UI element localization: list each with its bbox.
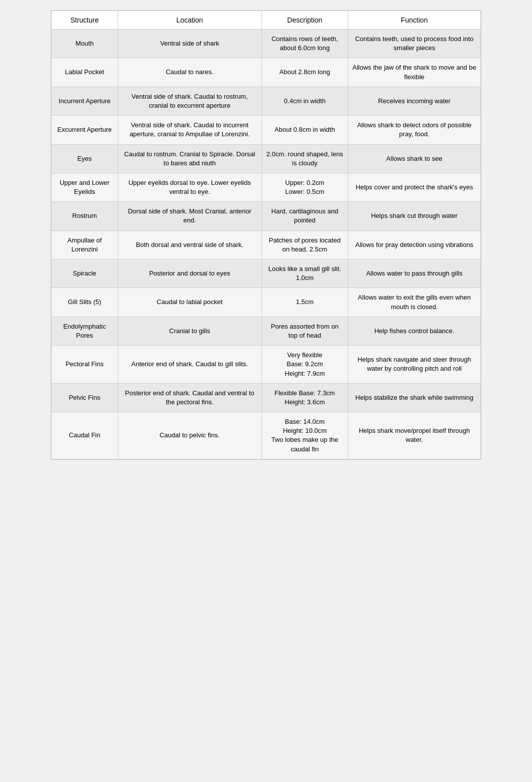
table-row: MouthVentral side of sharkContains rows … — [52, 30, 481, 58]
cell-function: Helps stabilize the shark while swimming — [348, 383, 481, 412]
cell-description: About 0.8cm in width — [261, 116, 348, 144]
table-row: SpiraclePosterior and dorsal to eyesLook… — [52, 259, 481, 288]
cell-location: Ventral side of shark. Caudal to incurre… — [118, 116, 261, 144]
table-row: Caudal FinCaudal to pelvic fins.Base: 14… — [52, 412, 481, 459]
cell-description: Looks like a small gill slit. 1.0cm — [261, 259, 348, 288]
cell-function: Allows shark to detect odors of possible… — [348, 116, 481, 144]
header-location: Location — [118, 11, 261, 30]
cell-description: Pores assorted from on top of head — [261, 317, 348, 345]
main-table-container: Structure Location Description Function … — [51, 10, 481, 460]
cell-location: Caudal to labial pocket — [118, 288, 261, 317]
table-row: Incurrent ApertureVentral side of shark.… — [52, 87, 481, 115]
cell-function: Helps shark navigate and steer through w… — [348, 346, 481, 384]
cell-location: Posterior and dorsal to eyes — [118, 259, 261, 288]
cell-description: Flexible Base: 7.3cm Height: 3.6cm — [261, 383, 348, 412]
table-row: Labial PocketCaudal to nares.About 2.8cm… — [52, 58, 481, 87]
cell-description: 2.0cm. round shaped, lens is cloudy — [261, 144, 348, 173]
cell-structure: Pectoral Fins — [52, 346, 118, 384]
cell-location: Cranial to gills — [118, 317, 261, 345]
header-structure: Structure — [52, 11, 118, 30]
cell-structure: Ampullae of Lorenzini — [52, 230, 118, 259]
cell-description: Hard, cartilaginous and pointed — [261, 202, 348, 230]
cell-function: Allows water to exit the gills even when… — [348, 288, 481, 317]
cell-function: Allows for pray detection using vibratio… — [348, 230, 481, 259]
header-function: Function — [348, 11, 481, 30]
cell-function: Allows water to pass through gills — [348, 259, 481, 288]
table-row: Upper and Lower EyelidsUpper eyelids dor… — [52, 173, 481, 201]
cell-location: Ventral side of shark. Caudal to rostrum… — [118, 87, 261, 115]
cell-function: Contains teeth, used to process food int… — [348, 30, 481, 58]
cell-function: Receives incoming water — [348, 87, 481, 115]
table-row: Endolymphatic PoresCranial to gillsPores… — [52, 317, 481, 345]
cell-description: Contains rows of teeth, about 6.0cm long — [261, 30, 348, 58]
shark-anatomy-table: Structure Location Description Function … — [51, 11, 481, 459]
cell-structure: Upper and Lower Eyelids — [52, 173, 118, 201]
cell-location: Caudal to nares. — [118, 58, 261, 87]
cell-structure: Rostrum — [52, 202, 118, 230]
cell-description: 0.4cm in width — [261, 87, 348, 115]
table-row: EyesCaudal to rostrum. Cranial to Spirac… — [52, 144, 481, 173]
table-row: Excurrent ApertureVentral side of shark.… — [52, 116, 481, 144]
cell-structure: Spiracle — [52, 259, 118, 288]
header-description: Description — [261, 11, 348, 30]
cell-description: Patches of pores located on head. 2.5cm — [261, 230, 348, 259]
cell-structure: Eyes — [52, 144, 118, 173]
cell-location: Dorsal side of shark. Most Cranial, ante… — [118, 202, 261, 230]
cell-location: Anterior end of shark. Caudal to gill sl… — [118, 346, 261, 384]
cell-function: Allows shark to see — [348, 144, 481, 173]
cell-description: 1.5cm — [261, 288, 348, 317]
cell-location: Caudal to pelvic fins. — [118, 412, 261, 459]
cell-description: Very flexible Base: 9.2cm Height: 7.9cm — [261, 346, 348, 384]
table-row: Ampullae of LorenziniBoth dorsal and ven… — [52, 230, 481, 259]
table-row: Pelvic FinsPosterior end of shark. Cauda… — [52, 383, 481, 412]
cell-structure: Incurrent Aperture — [52, 87, 118, 115]
cell-structure: Caudal Fin — [52, 412, 118, 459]
cell-location: Both dorsal and ventral side of shark. — [118, 230, 261, 259]
cell-location: Caudal to rostrum. Cranial to Spiracle. … — [118, 144, 261, 173]
table-row: RostrumDorsal side of shark. Most Crania… — [52, 202, 481, 230]
cell-function: Helps shark cut through water — [348, 202, 481, 230]
table-row: Pectoral FinsAnterior end of shark. Caud… — [52, 346, 481, 384]
cell-location: Posterior end of shark. Caudal and ventr… — [118, 383, 261, 412]
cell-description: Upper: 0.2cm Lower: 0.5cm — [261, 173, 348, 201]
cell-description: About 2.8cm long — [261, 58, 348, 87]
cell-function: Help fishes control balance. — [348, 317, 481, 345]
table-row: Gill Slits (5)Caudal to labial pocket1.5… — [52, 288, 481, 317]
cell-location: Upper eyelids dorsal to eye. Lower eyeli… — [118, 173, 261, 201]
cell-structure: Mouth — [52, 30, 118, 58]
cell-description: Base: 14.0cm Height: 10.0cm Two lobes ma… — [261, 412, 348, 459]
cell-function: Allows the jaw of the shark to move and … — [348, 58, 481, 87]
cell-structure: Pelvic Fins — [52, 383, 118, 412]
cell-function: Helps shark move/propel itself through w… — [348, 412, 481, 459]
cell-location: Ventral side of shark — [118, 30, 261, 58]
cell-structure: Excurrent Aperture — [52, 116, 118, 144]
cell-function: Helps cover and protect the shark's eyes — [348, 173, 481, 201]
cell-structure: Gill Slits (5) — [52, 288, 118, 317]
cell-structure: Endolymphatic Pores — [52, 317, 118, 345]
cell-structure: Labial Pocket — [52, 58, 118, 87]
